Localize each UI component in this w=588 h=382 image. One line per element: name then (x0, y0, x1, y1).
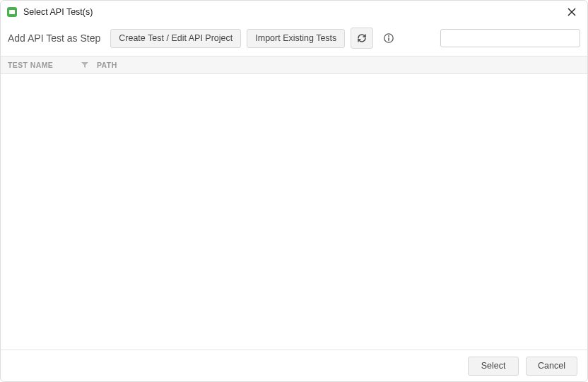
refresh-button[interactable] (351, 28, 373, 49)
dialog-title: Select API Test(s) (23, 7, 563, 17)
info-icon (383, 32, 394, 44)
table-body-empty (1, 74, 587, 350)
titlebar: Select API Test(s) (1, 1, 587, 23)
search-input[interactable] (440, 29, 580, 47)
column-header-path[interactable]: PATH (97, 61, 117, 69)
dialog-footer: Select Cancel (1, 350, 587, 381)
dialog-window: Select API Test(s) Add API Test as Step … (0, 0, 588, 382)
table-header: TEST NAME PATH (1, 56, 587, 74)
svg-marker-7 (81, 62, 88, 68)
cancel-button[interactable]: Cancel (526, 357, 577, 376)
svg-point-5 (388, 35, 389, 37)
column-header-test-name[interactable]: TEST NAME (8, 61, 78, 69)
svg-rect-1 (9, 10, 15, 14)
filter-icon[interactable] (81, 61, 88, 68)
select-button[interactable]: Select (468, 357, 519, 376)
refresh-icon (356, 32, 368, 44)
svg-rect-6 (389, 37, 390, 41)
close-button[interactable] (563, 4, 580, 20)
column-label-path: PATH (97, 61, 117, 69)
close-icon (568, 8, 576, 16)
info-button[interactable] (379, 28, 399, 48)
column-label-test-name: TEST NAME (8, 61, 53, 69)
create-test-button[interactable]: Create Test / Edit API Project (110, 29, 241, 48)
toolbar-label: Add API Test as Step (8, 32, 100, 44)
app-icon (6, 6, 18, 18)
toolbar: Add API Test as Step Create Test / Edit … (1, 23, 587, 56)
import-tests-button[interactable]: Import Existing Tests (247, 29, 345, 48)
